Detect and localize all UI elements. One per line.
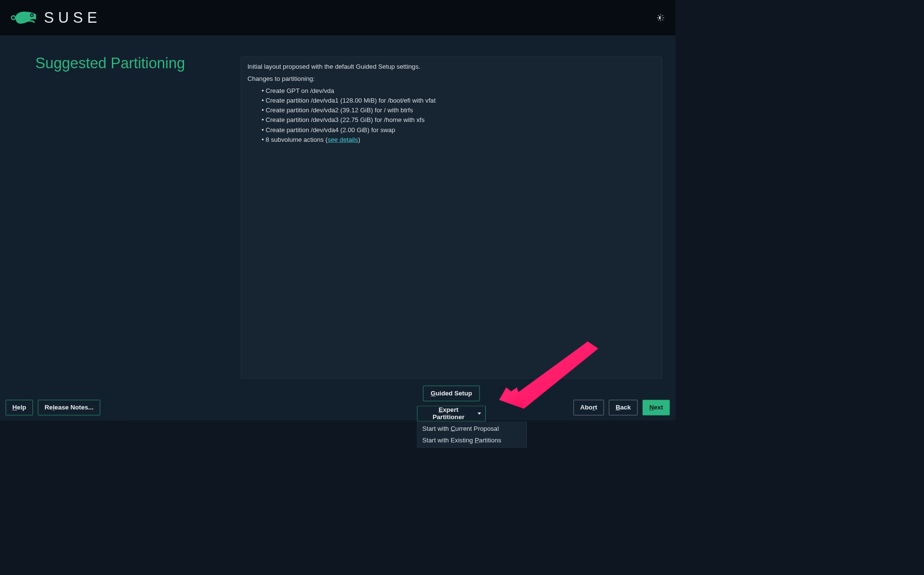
brand-name: SUSE: [44, 9, 102, 26]
list-item: Create partition /dev/vda2 (39.12 GiB) f…: [262, 106, 655, 115]
svg-line-10: [662, 15, 663, 16]
svg-line-7: [658, 15, 659, 16]
page-title: Suggested Partitioning: [35, 55, 185, 72]
release-notes-button[interactable]: Release Notes...: [38, 400, 100, 415]
see-details-link[interactable]: see details: [327, 136, 358, 144]
intro-text: Initial layout proposed with the default…: [247, 62, 655, 72]
button-label: Help: [13, 404, 27, 411]
changes-label: Changes to partitioning:: [247, 74, 655, 84]
brand-logo: SUSE: [10, 9, 101, 26]
abort-button[interactable]: Abort: [573, 400, 604, 415]
back-button[interactable]: Back: [609, 400, 637, 415]
suse-chameleon-icon: [10, 10, 37, 26]
list-item: 8 subvolume actions (see details): [262, 135, 655, 145]
help-button[interactable]: Help: [6, 400, 33, 415]
button-label: Next: [649, 404, 663, 411]
button-label: Back: [616, 404, 631, 411]
button-label: Release Notes...: [45, 404, 93, 411]
expert-partitioner-menu: Start with Current Proposal Start with E…: [417, 422, 527, 448]
changes-list: Create GPT on /dev/vda Create partition …: [262, 86, 655, 145]
next-button[interactable]: Next: [643, 400, 670, 415]
partition-summary-panel: Initial layout proposed with the default…: [241, 57, 662, 378]
topbar: SUSE: [0, 0, 676, 35]
list-item: Create partition /dev/vda3 (22.75 GiB) f…: [262, 116, 655, 125]
footer-bar: Help Release Notes... Abort Back Next: [0, 395, 676, 421]
list-item: Create GPT on /dev/vda: [262, 86, 655, 95]
svg-point-1: [31, 15, 33, 16]
menu-item-current-proposal[interactable]: Start with Current Proposal: [417, 423, 526, 435]
list-item: Create partition /dev/vda4 (2.00 GiB) fo…: [262, 125, 655, 135]
content-area: Suggested Partitioning Initial layout pr…: [0, 35, 676, 420]
menu-item-existing-partitions[interactable]: Start with Existing Partitions: [417, 435, 526, 446]
svg-line-8: [662, 19, 663, 20]
list-item: Create partition /dev/vda1 (128.00 MiB) …: [262, 96, 655, 106]
theme-toggle-icon[interactable]: [656, 14, 665, 22]
button-label: Abort: [580, 404, 597, 411]
svg-line-9: [658, 19, 659, 20]
